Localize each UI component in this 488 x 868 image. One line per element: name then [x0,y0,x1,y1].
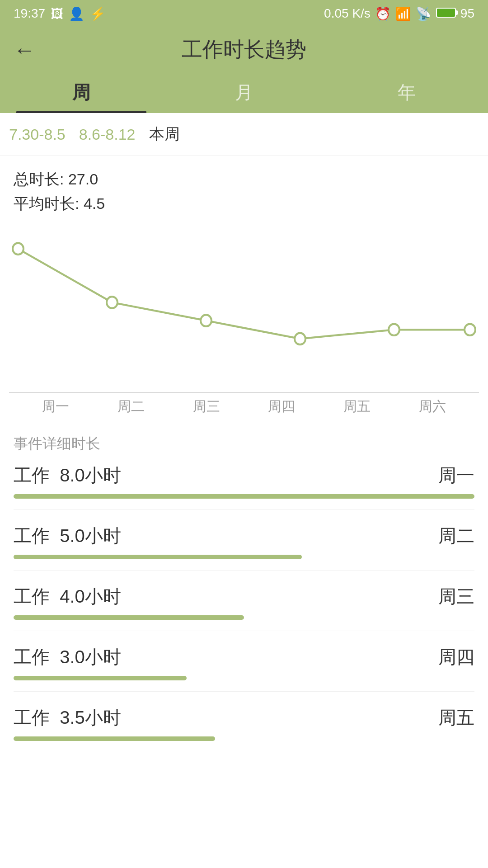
divider-2 [14,570,474,571]
chart-point-sat [465,324,475,335]
progress-bar-1 [14,494,474,499]
detail-label-5: 工作 3.5小时 [14,705,121,730]
week-item-2[interactable]: 8.6-8.12 [79,126,136,143]
list-item: 工作 3.5小时 周五 [14,705,474,741]
page-title: 工作时长趋势 [182,36,306,64]
x-label-sat: 周六 [394,397,470,416]
image-icon: 🖼 [51,6,63,21]
week-selector: 7.30-8.5 8.6-8.12 本周 [0,113,488,156]
header: ← 工作时长趋势 [0,27,488,72]
x-label-tue: 周二 [94,397,169,416]
alarm-icon: ⏰ [375,6,391,21]
avg-duration: 平均时长: 4.5 [14,191,474,216]
divider-4 [14,691,474,692]
wifi-icon: 📶 [395,6,411,21]
time-display: 19:37 [14,6,45,21]
x-label-fri: 周五 [319,397,395,416]
detail-label-1: 工作 8.0小时 [14,463,121,488]
progress-bar-2 [14,555,474,559]
status-bar: 19:37 🖼 👤 ⚡ 0.05 K/s ⏰ 📶 📡 95 [0,0,488,27]
detail-row-4: 工作 3.0小时 周四 [14,645,474,670]
x-label-thu: 周四 [244,397,319,416]
chart-point-tue [107,297,117,308]
progress-bar-3 [14,615,474,620]
detail-day-2: 周二 [438,524,474,548]
list-item: 工作 5.0小时 周二 [14,524,474,571]
back-button[interactable]: ← [14,38,35,62]
tab-bar: 周 月 年 [0,72,488,113]
chart-point-fri [389,324,399,335]
x-label-mon: 周一 [18,397,94,416]
stats-section: 总时长: 27.0 平均时长: 4.5 [0,156,488,221]
list-item: 工作 3.0小时 周四 [14,645,474,692]
x-label-wed: 周三 [169,397,244,416]
detail-day-3: 周三 [438,584,474,609]
total-duration: 总时长: 27.0 [14,167,474,191]
chart-point-wed [201,315,211,326]
divider-3 [14,631,474,631]
detail-label-2: 工作 5.0小时 [14,524,121,548]
detail-label-4: 工作 3.0小时 [14,645,121,670]
trend-chart [9,230,479,392]
battery-icon [436,6,456,21]
chart-point-mon [13,243,23,254]
detail-row-1: 工作 8.0小时 周一 [14,463,474,488]
divider-1 [14,509,474,510]
signal-icon: 📡 [416,6,432,21]
detail-day-1: 周一 [438,463,474,488]
tab-week[interactable]: 周 [0,80,163,113]
user-icon: 👤 [69,6,84,21]
tab-month[interactable]: 月 [163,80,325,113]
usb-icon: ⚡ [90,6,106,21]
network-speed: 0.05 K/s [324,6,371,21]
detail-row-5: 工作 3.5小时 周五 [14,705,474,730]
detail-section: 事件详细时长 工作 8.0小时 周一 工作 5.0小时 周二 [0,416,488,741]
week-item-1[interactable]: 7.30-8.5 [9,126,66,143]
week-item-current[interactable]: 本周 [149,124,180,145]
chart-point-thu [295,333,305,344]
list-item: 工作 8.0小时 周一 [14,463,474,510]
progress-bar-5 [14,736,474,741]
detail-day-5: 周五 [438,705,474,730]
detail-label-3: 工作 4.0小时 [14,584,121,609]
chart-container [0,221,488,392]
battery-level: 95 [460,6,474,21]
detail-section-title: 事件详细时长 [14,434,474,454]
detail-day-4: 周四 [438,645,474,670]
detail-row-2: 工作 5.0小时 周二 [14,524,474,548]
list-item: 工作 4.0小时 周三 [14,584,474,631]
status-right: 0.05 K/s ⏰ 📶 📡 95 [324,6,474,21]
status-left: 19:37 🖼 👤 ⚡ [14,6,106,21]
tab-year[interactable]: 年 [325,80,488,113]
detail-row-3: 工作 4.0小时 周三 [14,584,474,609]
progress-bar-4 [14,676,474,680]
x-axis: 周一 周二 周三 周四 周五 周六 [9,392,479,416]
